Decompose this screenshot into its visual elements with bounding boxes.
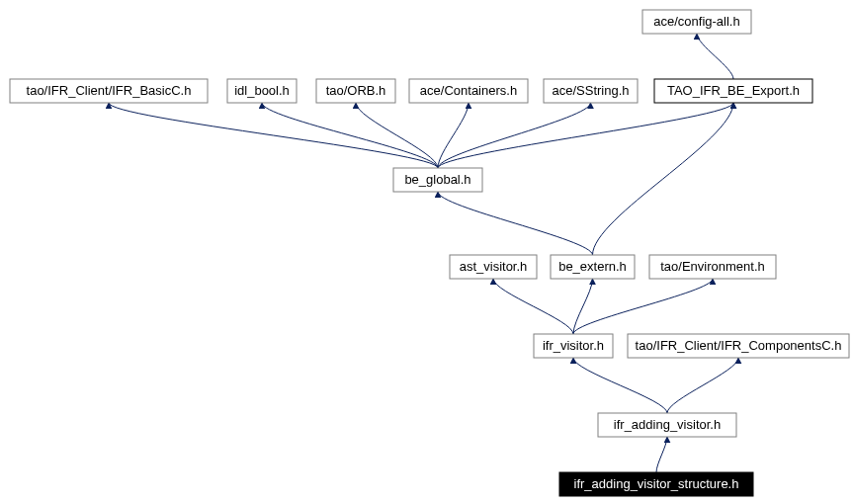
edge-root-to-ifr_adding <box>656 437 667 472</box>
node-ifr_comp: tao/IFR_Client/IFR_ComponentsC.h <box>628 334 849 358</box>
node-tao_orb: tao/ORB.h <box>316 79 395 103</box>
node-config_all: ace/config-all.h <box>642 10 751 34</box>
node-tao_export: TAO_IFR_BE_Export.h <box>654 79 812 103</box>
edge-be_global-to-tao_orb <box>356 103 438 168</box>
node-label-environment: tao/Environment.h <box>660 259 765 274</box>
edge-ifr_visitor-to-ast_visitor <box>493 279 573 334</box>
include-dependency-graph: ace/config-all.htao/IFR_Client/IFR_Basic… <box>0 0 853 504</box>
node-containers: ace/Containers.h <box>409 79 528 103</box>
node-label-tao_orb: tao/ORB.h <box>326 83 386 98</box>
node-ifr_adding: ifr_adding_visitor.h <box>598 413 736 437</box>
node-label-config_all: ace/config-all.h <box>653 14 739 29</box>
node-root: ifr_adding_visitor_structure.h <box>559 472 753 496</box>
node-label-containers: ace/Containers.h <box>420 83 517 98</box>
node-label-be_extern: be_extern.h <box>558 259 627 274</box>
node-label-ifr_basic: tao/IFR_Client/IFR_BasicC.h <box>27 83 192 98</box>
node-label-root: ifr_adding_visitor_structure.h <box>574 476 739 491</box>
edge-ifr_adding-to-ifr_visitor <box>573 358 667 413</box>
edge-ifr_visitor-to-environment <box>573 279 713 334</box>
node-label-ifr_adding: ifr_adding_visitor.h <box>614 417 721 432</box>
edge-be_extern-to-tao_export <box>593 103 734 255</box>
node-sstring: ace/SString.h <box>544 79 638 103</box>
node-ifr_basic: tao/IFR_Client/IFR_BasicC.h <box>10 79 208 103</box>
node-label-idl_bool: idl_bool.h <box>234 83 290 98</box>
node-label-ifr_comp: tao/IFR_Client/IFR_ComponentsC.h <box>636 338 842 353</box>
edge-be_global-to-containers <box>438 103 469 168</box>
edge-be_extern-to-be_global <box>438 192 593 255</box>
edge-ifr_visitor-to-be_extern <box>573 279 593 334</box>
edge-ifr_adding-to-ifr_comp <box>667 358 738 413</box>
node-label-tao_export: TAO_IFR_BE_Export.h <box>667 83 800 98</box>
node-be_global: be_global.h <box>393 168 482 192</box>
node-ifr_visitor: ifr_visitor.h <box>534 334 613 358</box>
node-idl_bool: idl_bool.h <box>227 79 297 103</box>
node-label-ast_visitor: ast_visitor.h <box>460 259 528 274</box>
node-ast_visitor: ast_visitor.h <box>450 255 537 279</box>
node-label-be_global: be_global.h <box>404 172 470 187</box>
node-environment: tao/Environment.h <box>649 255 776 279</box>
node-label-sstring: ace/SString.h <box>552 83 629 98</box>
node-be_extern: be_extern.h <box>551 255 635 279</box>
edge-be_global-to-ifr_basic <box>109 103 438 168</box>
edge-be_global-to-tao_export <box>438 103 733 168</box>
nodes-layer: ace/config-all.htao/IFR_Client/IFR_Basic… <box>10 10 849 496</box>
edge-tao_export-to-config_all <box>697 34 733 79</box>
node-label-ifr_visitor: ifr_visitor.h <box>543 338 604 353</box>
